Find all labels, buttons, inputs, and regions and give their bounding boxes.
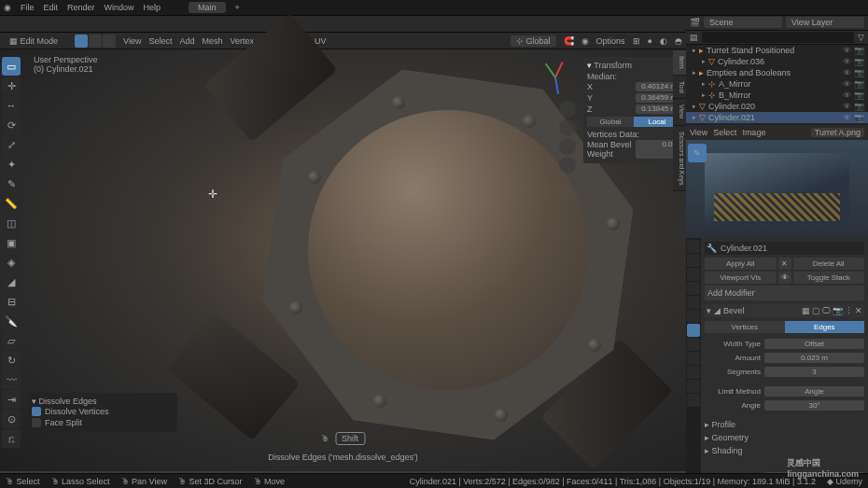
outliner-row[interactable]: ▸▽Cylinder.036👁 📷: [686, 56, 868, 67]
expand-icon[interactable]: ▾: [707, 306, 711, 315]
apply-all-button[interactable]: Apply All: [705, 258, 777, 270]
toggle-stack-button[interactable]: Toggle Stack: [793, 272, 865, 284]
add-workspace-button[interactable]: +: [235, 3, 240, 12]
edges-toggle[interactable]: Edges: [785, 321, 865, 333]
view-menu[interactable]: View: [123, 36, 141, 46]
dissolve-verts-checkbox[interactable]: [32, 407, 41, 416]
menu-file[interactable]: File: [21, 3, 35, 12]
shading-rendered-icon[interactable]: ◓: [675, 36, 682, 46]
operator-title[interactable]: ▾ Dissolve Edges: [32, 397, 174, 406]
mod-close-icon[interactable]: ✕: [855, 306, 862, 315]
viewport-vis-button[interactable]: Viewport Vis: [705, 272, 777, 284]
img-select-menu[interactable]: Select: [713, 128, 736, 137]
outliner-mode-icon[interactable]: ▤: [690, 33, 698, 42]
tab-constraints[interactable]: [687, 366, 700, 379]
tab-world[interactable]: [687, 296, 700, 309]
tab-item[interactable]: Item: [673, 50, 686, 76]
poly-build-tool-icon[interactable]: ▱: [2, 331, 21, 350]
shading-wireframe-icon[interactable]: ⊞: [633, 36, 640, 46]
knife-tool-icon[interactable]: 🔪: [2, 312, 21, 330]
add-modifier-dropdown[interactable]: Add Modifier: [705, 286, 864, 300]
rotate-tool-icon[interactable]: ⟳: [2, 116, 21, 134]
outliner-row[interactable]: ▸⊹A_Mirror👁 📷: [686, 78, 868, 90]
segments-value[interactable]: 3: [764, 367, 864, 377]
measure-tool-icon[interactable]: 📏: [2, 194, 21, 213]
affect-toggle[interactable]: Vertices Edges: [705, 321, 864, 333]
limit-method-value[interactable]: Angle: [764, 386, 864, 397]
x-button[interactable]: ✕: [778, 258, 791, 270]
tab-scene[interactable]: [687, 282, 700, 295]
menu-help[interactable]: Help: [144, 3, 161, 12]
tab-physics[interactable]: [687, 352, 700, 365]
mod-realtime-icon[interactable]: 🖵: [822, 306, 831, 315]
delete-all-button[interactable]: Delete All: [793, 258, 865, 270]
mod-menu-icon[interactable]: ⋮: [845, 306, 853, 315]
face-select-icon[interactable]: [103, 35, 116, 48]
edge-slide-tool-icon[interactable]: ⇥: [2, 390, 21, 409]
options-dropdown[interactable]: Options: [596, 36, 625, 46]
add-cube-tool-icon[interactable]: ◫: [2, 214, 21, 232]
add-menu[interactable]: Add: [179, 36, 194, 46]
navigation-gizmo[interactable]: [537, 59, 574, 96]
angle-value[interactable]: 30°: [764, 400, 864, 411]
tab-view[interactable]: [687, 268, 700, 281]
smooth-tool-icon[interactable]: 〰: [2, 370, 21, 389]
modifier-name[interactable]: Bevel: [723, 306, 745, 315]
menu-edit[interactable]: Edit: [44, 3, 59, 12]
scene-field[interactable]: Scene: [704, 17, 782, 28]
shading-solid-icon[interactable]: ●: [648, 36, 652, 46]
snap-icon[interactable]: 🧲: [564, 36, 574, 46]
workspace-tab-main[interactable]: Main: [189, 2, 226, 13]
inset-tool-icon[interactable]: ◈: [2, 253, 21, 272]
outliner-row[interactable]: ▸▽Cylinder.020👁 📷: [686, 101, 868, 112]
tab-scissors[interactable]: Scissors and Keys: [673, 126, 686, 192]
amount-value[interactable]: 0.023 m: [764, 353, 864, 363]
filter-icon[interactable]: ▽: [858, 33, 864, 42]
mod-editmode-icon[interactable]: ▦: [802, 306, 810, 315]
vertex-menu[interactable]: Vertex: [230, 36, 254, 46]
camera-icon[interactable]: [559, 138, 576, 155]
eye-button[interactable]: 👁: [778, 272, 791, 284]
mod-display-icon[interactable]: ▢: [812, 306, 820, 315]
outliner-row[interactable]: ▸⊹B_Mirror👁 📷: [686, 90, 868, 101]
face-split-checkbox[interactable]: [32, 418, 41, 427]
operator-panel[interactable]: ▾ Dissolve Edges Dissolve Vertices Face …: [28, 393, 177, 432]
shrink-tool-icon[interactable]: ⊙: [2, 410, 21, 428]
pan-icon[interactable]: [559, 119, 576, 136]
width-type-value[interactable]: Offset: [764, 339, 864, 349]
tab-modifiers[interactable]: [687, 324, 700, 337]
select-box-tool-icon[interactable]: ▭: [2, 57, 21, 76]
space-toggle[interactable]: Global Local: [587, 117, 680, 127]
outliner[interactable]: ▸▸Turret Stand Positioned👁 📷▸▽Cylinder.0…: [686, 45, 868, 125]
annotate-tool-icon[interactable]: ✎: [2, 174, 21, 193]
extrude-tool-icon[interactable]: ▣: [2, 233, 21, 252]
cursor-tool-icon[interactable]: ✛: [2, 77, 21, 95]
tab-mesh[interactable]: [687, 380, 700, 393]
mesh-menu[interactable]: Mesh: [202, 36, 222, 46]
tab-render[interactable]: [687, 240, 700, 253]
menu-window[interactable]: Window: [105, 3, 134, 12]
shading-section[interactable]: ▸ Shading: [705, 446, 743, 455]
vertex-select-icon[interactable]: [75, 35, 88, 48]
perspective-icon[interactable]: [559, 157, 576, 174]
mod-render-icon[interactable]: 📷: [833, 306, 843, 315]
uv-tool-icon[interactable]: ✎: [688, 144, 707, 162]
tab-output[interactable]: [687, 254, 700, 267]
shading-matcap-icon[interactable]: ◐: [660, 36, 667, 46]
profile-section[interactable]: ▸ Profile: [705, 420, 735, 429]
tab-view[interactable]: View: [673, 99, 686, 125]
menu-render[interactable]: Render: [67, 3, 95, 12]
geometry-section[interactable]: ▸ Geometry: [705, 433, 749, 442]
bevel-tool-icon[interactable]: ◢: [2, 272, 21, 291]
spin-tool-icon[interactable]: ↻: [2, 351, 21, 369]
tab-material[interactable]: [687, 394, 700, 407]
scale-tool-icon[interactable]: ⤢: [2, 135, 21, 154]
outliner-row[interactable]: ▸▽Cylinder.021👁 📷: [686, 112, 868, 123]
orientation-dropdown[interactable]: ⊹ Global: [511, 35, 556, 47]
img-image-menu[interactable]: Image: [742, 128, 765, 137]
rip-tool-icon[interactable]: ⎌: [2, 429, 21, 448]
proportional-icon[interactable]: ◉: [581, 36, 589, 46]
vertices-toggle[interactable]: Vertices: [705, 321, 785, 333]
move-tool-icon[interactable]: ↔: [2, 96, 21, 115]
outliner-search[interactable]: [702, 32, 854, 43]
